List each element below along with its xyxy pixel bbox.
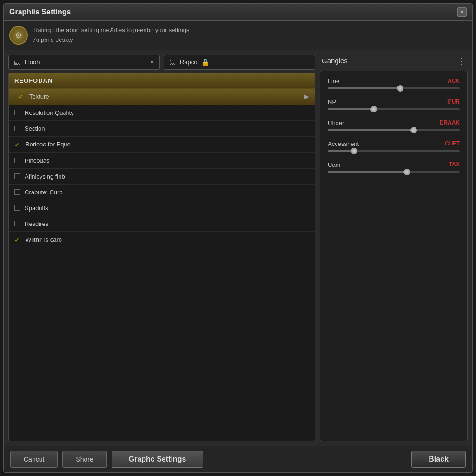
title-bar: Graphiis Settings ✕ — [4, 4, 472, 21]
slider-fine-label: Fine — [328, 78, 339, 85]
slider-accesshent-thumb[interactable] — [351, 148, 357, 154]
flooh-arrow: ▼ — [149, 59, 155, 66]
slider-uani-value: TAX — [449, 161, 460, 168]
slider-np-label: NP — [328, 99, 336, 106]
footer: Cancut Shore Graphc Settings Black — [4, 446, 472, 472]
footer-left: Cancut Shore Graphc Settings — [10, 451, 203, 468]
list-item-spadults[interactable]: Spadults — [9, 200, 315, 216]
list-item-category[interactable]: REOFODAN — [9, 73, 315, 89]
afinicysing-label: Afinicysing finb — [25, 173, 65, 180]
slider-uani-track[interactable] — [328, 171, 460, 173]
list-item-berieas[interactable]: ✓ Berieas for Eque — [9, 137, 315, 153]
arrow-right-icon: ▶ — [304, 93, 309, 100]
list-item-section[interactable]: Section — [9, 121, 315, 137]
slider-uhoer-label-row: Uhoer DRAAK — [328, 119, 460, 126]
dialog-title: Graphiis Settings — [9, 8, 71, 16]
close-button[interactable]: ✕ — [457, 7, 467, 17]
resolution-quality-label: Resolution Quality — [25, 109, 74, 116]
slider-uani: Uani TAX — [328, 161, 460, 173]
slider-fine-track[interactable] — [328, 87, 460, 89]
uncheck-box — [14, 126, 20, 131]
rapco-lock: 🔒 — [201, 59, 209, 66]
slider-uani-label: Uani — [328, 161, 340, 168]
rapco-dropdown[interactable]: 🗂 Rapco 🔒 — [164, 55, 315, 70]
slider-np-track[interactable] — [328, 108, 460, 110]
slider-accesshent-track[interactable] — [328, 150, 460, 152]
pincouas-label: Pincouas — [25, 157, 49, 164]
slider-uhoer-fill — [328, 129, 414, 131]
slider-uhoer: Uhoer DRAAK — [328, 119, 460, 131]
menu-icon[interactable]: ⋮ — [457, 56, 466, 66]
cancel-button[interactable]: Cancut — [10, 451, 58, 468]
uncheck-box — [14, 189, 20, 195]
uncheck-box — [14, 110, 20, 115]
shore-button[interactable]: Shore — [62, 451, 106, 468]
slider-np-fill — [328, 108, 374, 110]
flooh-dropdown[interactable]: 🗂 Flooh ▼ — [8, 55, 160, 70]
slider-uani-thumb[interactable] — [403, 169, 410, 175]
berieas-label: Berieas for Eque — [26, 141, 71, 148]
settings-list: REOFODAN ✓ Texture ▶ Resolution Quality … — [8, 73, 315, 441]
flooh-icon: 🗂 — [13, 58, 21, 66]
info-bar: ⚙ Rating:: the abon setting me✗ifies to … — [4, 21, 472, 50]
uncheck-box — [14, 221, 20, 226]
graphic-settings-button[interactable]: Graphc Settings — [112, 451, 204, 468]
wiithir-label: Wiithir is caro — [26, 236, 62, 243]
slider-np-thumb[interactable] — [370, 106, 377, 112]
info-icon: ⚙ — [9, 26, 28, 45]
flooh-label: Flooh — [25, 59, 40, 66]
slider-accesshent-label: Accesshent — [328, 140, 359, 147]
slider-accesshent-value: CUFT — [445, 140, 460, 147]
list-item-resolution-quality[interactable]: Resolution Quality — [9, 105, 315, 121]
rapco-icon: 🗂 — [169, 58, 176, 66]
slider-fine-thumb[interactable] — [397, 85, 403, 92]
texture-label: Texture — [29, 93, 49, 100]
check-icon: ✓ — [18, 93, 25, 100]
info-line2: Aripbi e Jeslay — [33, 35, 189, 45]
title-bar-left: Graphiis Settings — [9, 8, 71, 16]
slider-fine-label-row: Fine ACK — [328, 78, 460, 85]
slider-uhoer-label: Uhoer — [328, 119, 344, 126]
resdires-label: Resdires — [25, 220, 48, 227]
slider-uhoer-value: DRAAK — [440, 119, 460, 126]
slider-uhoer-track[interactable] — [328, 129, 460, 131]
left-panel: 🗂 Flooh ▼ 🗂 Rapco 🔒 REOFODAN ✓ — [8, 55, 315, 441]
list-item-texture[interactable]: ✓ Texture ▶ — [9, 89, 315, 105]
check-icon: ✓ — [14, 236, 21, 244]
uncheck-box — [14, 158, 20, 163]
right-header: Gangles ⋮ — [320, 55, 468, 67]
list-item-pincouas[interactable]: Pincouas — [9, 153, 315, 169]
dropdown-row: 🗂 Flooh ▼ 🗂 Rapco 🔒 — [8, 55, 315, 70]
crabute-label: Crabute: Curp — [25, 189, 63, 196]
gear-icon: ⚙ — [15, 30, 22, 40]
slider-accesshent-label-row: Accesshent CUFT — [328, 140, 460, 147]
list-item-afinicysing[interactable]: Afinicysing finb — [9, 169, 315, 185]
slider-uhoer-thumb[interactable] — [410, 127, 417, 133]
list-item-crabute[interactable]: Crabute: Curp — [9, 185, 315, 200]
info-text: Rating:: the abon setting me✗ifies to jn… — [33, 26, 189, 45]
info-line1: Rating:: the abon setting me✗ifies to jn… — [33, 26, 189, 35]
slider-fine: Fine ACK — [328, 78, 460, 89]
gangles-title: Gangles — [322, 57, 348, 65]
slider-np: NP 6'UR — [328, 99, 460, 110]
slider-uani-fill — [328, 171, 407, 173]
main-content: 🗂 Flooh ▼ 🗂 Rapco 🔒 REOFODAN ✓ — [4, 50, 472, 446]
spadults-label: Spadults — [25, 205, 48, 212]
slider-np-value: 6'UR — [447, 99, 460, 105]
list-item-resdires[interactable]: Resdires — [9, 216, 315, 232]
uncheck-box — [14, 173, 20, 179]
right-panel: Gangles ⋮ Fine ACK — [320, 55, 468, 441]
sliders-panel: Fine ACK NP 6'UR — [320, 71, 468, 441]
slider-np-label-row: NP 6'UR — [328, 99, 460, 106]
uncheck-box — [14, 205, 20, 211]
check-icon: ✓ — [14, 141, 21, 148]
category-label: REOFODAN — [14, 77, 53, 84]
list-item-wiithir[interactable]: ✓ Wiithir is caro — [9, 232, 315, 248]
graphics-settings-dialog: Graphiis Settings ✕ ⚙ Rating:: the abon … — [3, 3, 473, 473]
slider-accesshent: Accesshent CUFT — [328, 140, 460, 152]
rapco-label: Rapco — [180, 59, 198, 66]
slider-accesshent-fill — [328, 150, 354, 152]
black-button[interactable]: Black — [411, 451, 466, 468]
slider-fine-value: ACK — [448, 78, 460, 84]
slider-fine-fill — [328, 87, 400, 89]
